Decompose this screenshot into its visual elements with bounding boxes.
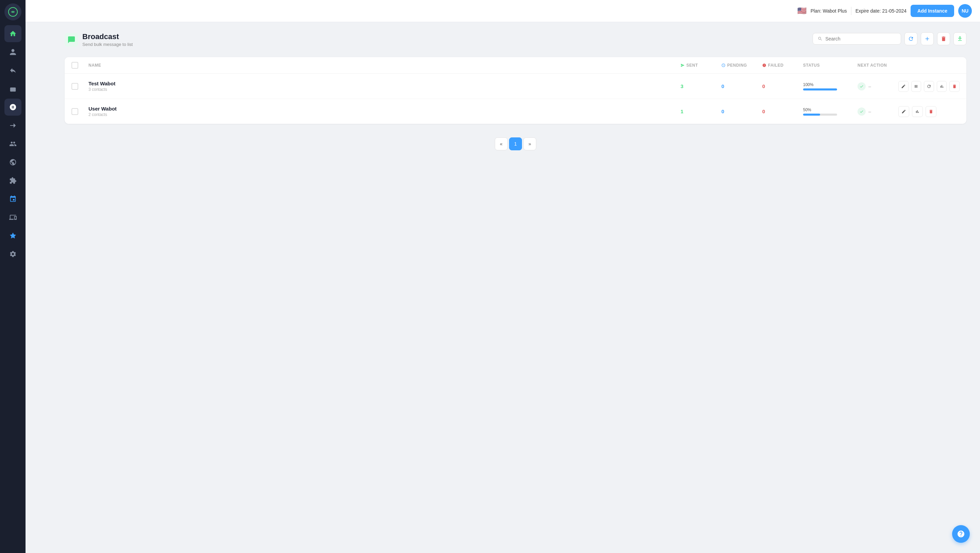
svg-rect-5 — [14, 91, 14, 92]
row1-retry-button[interactable] — [924, 81, 934, 92]
th-status: STATUS — [803, 63, 858, 68]
export-button[interactable] — [953, 32, 966, 45]
sidebar-item-replies[interactable] — [5, 62, 21, 79]
row1-next-action: – — [869, 84, 871, 89]
row2-status-check — [858, 108, 865, 116]
page-title: Broadcast — [82, 32, 133, 41]
help-button[interactable] — [952, 525, 970, 543]
row1-contacts: 3 contacts — [89, 87, 681, 92]
refresh-button[interactable] — [904, 32, 917, 45]
row2-next-action: – — [869, 109, 871, 114]
prev-page-button[interactable]: « — [495, 137, 508, 150]
th-pending: PENDING — [721, 63, 762, 68]
page-header: Broadcast Send bulk message to list — [65, 32, 966, 47]
user-avatar[interactable]: NU — [958, 4, 972, 17]
row2-progress: 50% — [803, 108, 858, 116]
row2-name: User Wabot — [89, 106, 681, 111]
table-row: User Wabot 2 contacts 1 0 0 50% – — [65, 99, 966, 124]
sidebar-item-forward[interactable] — [5, 117, 21, 134]
delete-button[interactable] — [937, 32, 950, 45]
th-sent: SENT — [681, 63, 721, 68]
row1-pending: 0 — [721, 83, 762, 89]
sidebar-item-contacts[interactable] — [5, 43, 21, 60]
search-input[interactable] — [825, 36, 896, 41]
page-1-button[interactable]: 1 — [509, 137, 522, 150]
topbar: 🇺🇸 Plan: Wabot Plus Expire date: 21-05-2… — [25, 0, 980, 22]
table-row: Test Wabot 3 contacts 3 0 0 100% – — [65, 74, 966, 99]
row2-pending: 0 — [721, 108, 762, 114]
row1-sent: 3 — [681, 83, 721, 89]
topbar-divider — [851, 7, 851, 15]
row2-actions — [898, 106, 959, 117]
add-instance-button[interactable]: Add Instance — [911, 5, 954, 17]
sidebar-item-plugins[interactable] — [5, 172, 21, 189]
row2-edit-button[interactable] — [898, 106, 909, 117]
country-flag: 🇺🇸 — [797, 6, 807, 15]
row1-failed: 0 — [762, 83, 803, 89]
th-name: NAME — [89, 63, 681, 68]
row1-delete-button[interactable] — [950, 81, 959, 92]
row2-progress-bar-fill — [803, 114, 820, 116]
sidebar-item-devices[interactable] — [5, 209, 21, 226]
select-all-checkbox[interactable] — [72, 62, 78, 69]
row2-sent: 1 — [681, 108, 721, 114]
row2-progress-label: 50% — [803, 108, 858, 112]
page-subtitle: Send bulk message to list — [82, 42, 133, 47]
th-next-action: NEXT ACTION — [858, 63, 898, 68]
row1-status-check — [858, 82, 865, 91]
next-page-button[interactable]: » — [523, 137, 536, 150]
search-box[interactable] — [813, 33, 901, 44]
row1-checkbox-cell — [72, 83, 89, 90]
add-button[interactable] — [921, 32, 934, 45]
row2-checkbox-cell — [72, 108, 89, 115]
toolbar — [813, 32, 966, 45]
plan-label: Plan: Wabot Plus — [811, 8, 847, 14]
table-header: NAME SENT PENDING FAILED STATUS NEXT ACT… — [65, 57, 966, 74]
row1-actions — [898, 81, 959, 92]
row2-status-cell: – — [858, 108, 898, 116]
row2-progress-bar-bg — [803, 114, 837, 116]
sidebar-item-bot[interactable] — [5, 80, 21, 97]
sidebar-item-home[interactable] — [5, 25, 21, 42]
sidebar-item-integrations[interactable] — [5, 191, 21, 207]
row1-name: Test Wabot — [89, 81, 681, 86]
page-title-group: Broadcast Send bulk message to list — [82, 32, 133, 47]
sidebar-item-groups[interactable] — [5, 135, 21, 153]
sidebar — [0, 0, 25, 553]
broadcast-table: NAME SENT PENDING FAILED STATUS NEXT ACT… — [65, 57, 966, 124]
sidebar-item-team[interactable] — [5, 154, 21, 171]
row1-checkbox[interactable] — [72, 83, 78, 90]
row1-pause-button[interactable] — [911, 81, 921, 92]
header-checkbox-cell — [72, 62, 89, 69]
row1-name-cell: Test Wabot 3 contacts — [89, 81, 681, 92]
row2-stats-button[interactable] — [912, 106, 923, 117]
svg-point-3 — [13, 89, 14, 90]
sidebar-logo[interactable] — [5, 3, 21, 21]
page-icon — [65, 33, 78, 47]
row2-delete-button[interactable] — [926, 106, 937, 117]
row1-stats-button[interactable] — [937, 81, 947, 92]
row1-status-cell: – — [858, 82, 898, 91]
sidebar-item-settings[interactable] — [5, 246, 21, 262]
pagination: « 1 » — [65, 137, 966, 150]
row2-failed: 0 — [762, 108, 803, 114]
row1-progress-label: 100% — [803, 82, 858, 87]
page-title-area: Broadcast Send bulk message to list — [65, 32, 133, 47]
row2-checkbox[interactable] — [72, 108, 78, 115]
svg-rect-1 — [10, 87, 16, 92]
main-content: Broadcast Send bulk message to list — [51, 22, 980, 553]
row2-contacts: 2 contacts — [89, 112, 681, 117]
row1-progress-bar-fill — [803, 88, 837, 91]
sidebar-item-broadcast[interactable] — [5, 99, 21, 116]
search-icon — [818, 36, 822, 41]
th-failed: FAILED — [762, 63, 803, 68]
svg-rect-4 — [11, 91, 12, 92]
row1-edit-button[interactable] — [898, 81, 908, 92]
expire-label: Expire date: 21-05-2024 — [856, 8, 907, 14]
svg-point-2 — [11, 89, 12, 90]
sidebar-item-premium[interactable] — [5, 227, 21, 244]
row1-progress-bar-bg — [803, 88, 837, 91]
row2-name-cell: User Wabot 2 contacts — [89, 106, 681, 117]
row1-progress: 100% — [803, 82, 858, 91]
